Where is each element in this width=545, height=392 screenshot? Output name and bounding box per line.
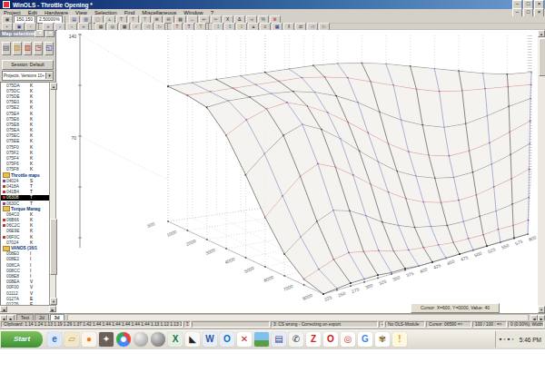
tray-icon-0[interactable]: ▪ [500,332,501,347]
taskbar-icon-phone[interactable]: ✆ [289,332,303,347]
start-button[interactable]: Start [1,331,43,348]
map-bullet-icon [3,275,5,278]
map-bullet-icon [3,152,5,154]
map-list-scroll-thumb[interactable] [50,219,57,275]
map-address: 06308 [6,195,30,200]
status-spacer [192,321,270,328]
map-type: K [30,94,37,99]
map-type: V [30,291,37,296]
tray-icon-2[interactable]: ▪ [508,332,510,347]
taskbar-icon-opera[interactable]: O [323,332,338,347]
new-map-icon[interactable]: ▤ [2,42,11,55]
map-type: K [30,145,37,150]
map-address: 075F8 [6,167,30,172]
map-address: 075F2 [6,151,30,155]
nav-toolbar-button-2[interactable]: ▫ [25,23,36,31]
taskbar-icon-folder[interactable]: ▱ [64,332,79,347]
taskbar-icon-gimp[interactable]: ✦ [99,332,114,347]
winols-window: WinOLS - Throttle Opening * – □ × Projec… [0,0,545,392]
status-bar: Clipboard: 1.14 1.24 1.13 1.19 1.29 1.37… [0,320,545,328]
map-list-hscrollbar[interactable]: ◀ ▶ [0,305,56,313]
map-address: 008E8 [6,274,30,279]
plot-scroll-down-icon[interactable]: ▼ [538,306,545,313]
nav-toolbar-button-3[interactable]: « [43,23,54,31]
taskbar-icon-orb[interactable] [134,332,148,347]
window-title: WinOLS - Throttle Opening * [13,2,512,8]
open-project-icon[interactable]: ▨ [24,42,33,55]
map-selection-title: Map selection [0,31,35,36]
map-list-scrollbar[interactable]: ▲ ▼ [49,82,56,306]
map-address: 0630C [6,201,30,206]
map-address: 075EE [6,139,30,143]
map-type: K [30,167,37,172]
map-type: I [30,257,37,261]
map-type: K [30,83,37,88]
tray-icon-1[interactable]: ◦ [503,332,505,347]
taskbar-icon-outlook[interactable]: O [220,332,234,347]
taskbar-icon-ring[interactable]: ◎ [341,332,355,347]
import-map-icon[interactable]: ◳ [34,42,43,55]
scroll-left-icon[interactable]: ◀ [0,306,7,312]
title-bar: WinOLS - Throttle Opening * – □ × [0,0,545,9]
plot-scrollbar[interactable]: ▲ ▼ [538,30,545,313]
taskbar-icon-orb2[interactable] [151,332,165,347]
taskbar-icon-word[interactable]: W [203,332,217,347]
maps-combo-value: Projects, Versions & Maps [3,74,36,78]
scroll-up-icon[interactable]: ▲ [50,83,57,90]
taskbar-icon-chrome[interactable] [116,332,131,347]
map-type: T [30,201,37,206]
sigma-icon[interactable]: Σ [183,321,191,328]
delete-map-icon[interactable]: ◱ [45,42,54,55]
map-selection-titlebar[interactable]: Map selection ▾ × [0,30,55,37]
taskbar-icon-close-red[interactable]: ✕ [237,332,252,347]
maps-combo[interactable]: Projects, Versions & Maps 10+ ▼ [2,71,54,81]
map-bullet-icon [3,280,5,283]
map-address: 075DE [6,94,30,99]
taskbar-icon-excel[interactable]: X [168,332,183,347]
map-address: 075F6 [6,162,30,166]
scroll-right-icon[interactable]: ▶ [49,306,56,312]
map-bullet-icon [3,196,5,199]
taskbar-icon-ie[interactable]: e [47,332,62,347]
map-panel-toolbar: ▤▨▨◳◱ [0,37,55,59]
toolbar-separator [167,24,170,30]
map-type: K [30,105,37,110]
map-type: V [30,279,37,284]
map-address: 075F0 [6,145,30,150]
nav-toolbar-button-1[interactable]: ▣ [14,23,25,31]
taskbar-clock: 5:46 PM [517,337,541,343]
plot-scroll-up-icon[interactable]: ▲ [538,30,545,37]
map-address: 0418A [6,184,30,189]
map-type: I [30,263,37,268]
map-3d-view[interactable]: 8000700060005000400030002000100050022525… [57,30,538,313]
taskbar-icon-film[interactable]: ▤ [272,332,286,347]
session-button[interactable]: Session: Default [2,60,54,70]
scroll-down-icon[interactable]: ▼ [50,298,57,305]
panel-pin-icon[interactable]: ▾ [35,30,44,37]
taskbar-icon-paw[interactable]: ✾ [375,332,390,347]
taskbar-icon-photo[interactable] [254,332,269,347]
folder-icon [3,246,10,251]
map-address: 075E4 [6,112,30,116]
status-message: 3: CS wrong - Correcting on export [271,321,378,328]
toolbar-separator [208,24,211,30]
panel-close-icon[interactable]: × [45,30,54,37]
taskbar-icon-google[interactable]: G [358,332,372,347]
map-address: 0127A [6,297,30,301]
plot-scroll-thumb[interactable] [539,38,545,76]
map-bullet-icon [3,134,5,137]
map-address: 075E0 [6,100,30,104]
map-address: 008CA [6,263,30,268]
taskbar-icon-wedge[interactable]: ◣ [185,332,200,347]
taskbar-icon-zip[interactable]: Z [306,332,321,347]
tray-icon-3[interactable]: ◦ [511,332,513,347]
map-address: 01112 [6,291,30,296]
map-bullet-icon [3,113,5,115]
chevron-down-icon[interactable]: ▼ [45,73,53,79]
taskbar-icon-media-player[interactable]: ● [82,332,96,347]
map-type: E [30,297,37,301]
open-map-icon[interactable]: ▨ [13,42,22,55]
nav-toolbar-button-0[interactable]: ▪ [2,23,13,31]
map-bullet-icon [3,123,5,126]
taskbar-icon-torch[interactable]: ! [392,332,407,347]
